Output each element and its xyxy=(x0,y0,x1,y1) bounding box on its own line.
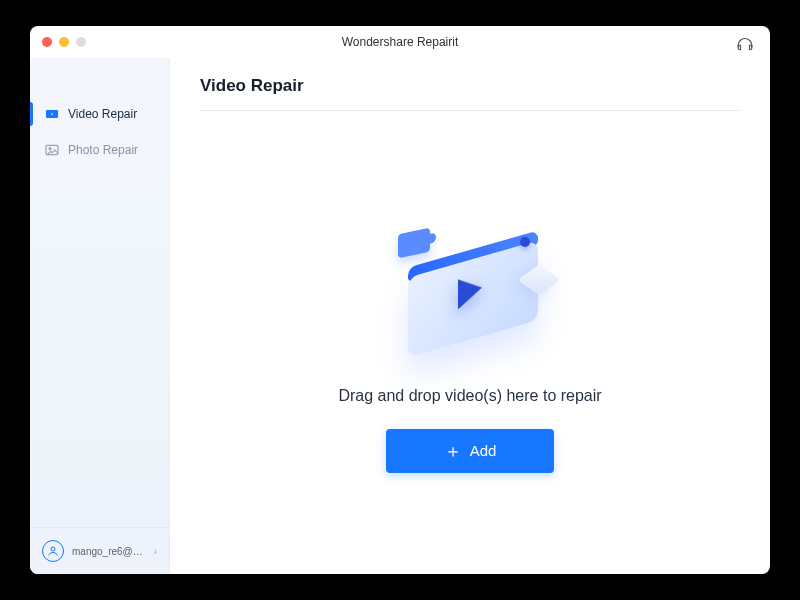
sidebar-nav: Video Repair Photo Repair xyxy=(30,58,169,168)
maximize-window-button[interactable] xyxy=(76,37,86,47)
page-title: Video Repair xyxy=(200,76,740,96)
avatar-icon xyxy=(42,540,64,562)
chevron-right-icon: › xyxy=(154,546,157,557)
sidebar-item-label: Photo Repair xyxy=(68,143,138,157)
sidebar-item-video-repair[interactable]: Video Repair xyxy=(30,96,169,132)
video-repair-illustration xyxy=(370,213,570,363)
svg-point-4 xyxy=(51,547,55,551)
app-window: Wondershare Repairit xyxy=(30,26,770,574)
app-title: Wondershare Repairit xyxy=(342,35,459,49)
page-header: Video Repair xyxy=(200,58,740,111)
main-content: Video Repair Drag and drop video(s) here xyxy=(170,58,770,574)
add-button-label: Add xyxy=(470,442,497,459)
photo-icon xyxy=(44,142,60,158)
minimize-window-button[interactable] xyxy=(59,37,69,47)
titlebar: Wondershare Repairit xyxy=(30,26,770,58)
account-row[interactable]: mango_re6@163.... › xyxy=(30,527,169,574)
support-icon[interactable] xyxy=(736,34,754,52)
svg-point-3 xyxy=(49,148,51,150)
close-window-button[interactable] xyxy=(42,37,52,47)
drop-zone[interactable]: Drag and drop video(s) here to repair ＋ … xyxy=(200,111,740,574)
sidebar: Video Repair Photo Repair xyxy=(30,58,170,574)
video-icon xyxy=(44,106,60,122)
drop-prompt: Drag and drop video(s) here to repair xyxy=(338,387,601,405)
plus-icon: ＋ xyxy=(444,442,462,460)
add-button[interactable]: ＋ Add xyxy=(386,429,554,473)
account-name: mango_re6@163.... xyxy=(72,546,146,557)
play-icon xyxy=(458,272,482,309)
sidebar-item-photo-repair[interactable]: Photo Repair xyxy=(30,132,169,168)
window-controls xyxy=(42,37,86,47)
sidebar-item-label: Video Repair xyxy=(68,107,137,121)
